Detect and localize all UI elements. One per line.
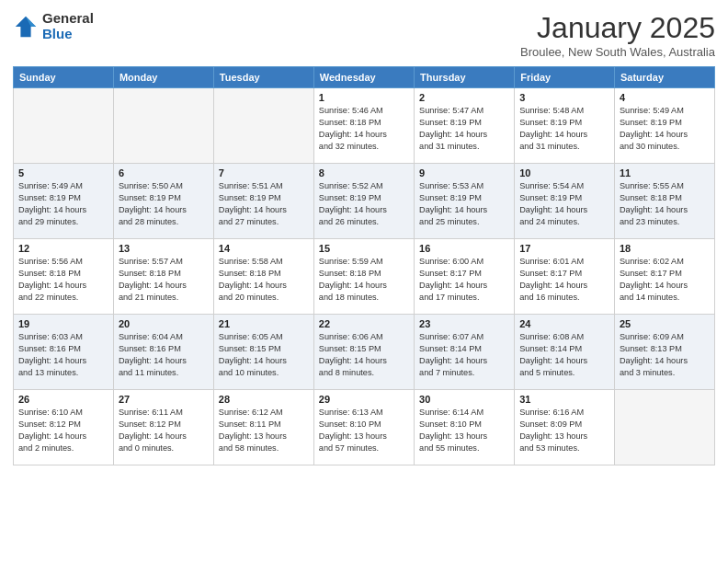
calendar-cell: 30Sunrise: 6:14 AMSunset: 8:10 PMDayligh… (415, 390, 515, 465)
day-info: Sunrise: 6:02 AMSunset: 8:17 PMDaylight:… (620, 256, 710, 304)
day-number: 17 (519, 243, 609, 254)
calendar-cell: 11Sunrise: 5:55 AMSunset: 8:18 PMDayligh… (614, 164, 714, 239)
day-number: 22 (319, 318, 409, 329)
day-info: Sunrise: 5:51 AMSunset: 8:19 PMDaylight:… (219, 180, 309, 228)
day-number: 21 (219, 318, 309, 329)
day-info: Sunrise: 6:12 AMSunset: 8:11 PMDaylight:… (219, 407, 309, 454)
day-info: Sunrise: 5:59 AMSunset: 8:18 PMDaylight:… (319, 256, 409, 304)
calendar-cell: 23Sunrise: 6:07 AMSunset: 8:14 PMDayligh… (415, 315, 515, 390)
day-info: Sunrise: 6:10 AMSunset: 8:12 PMDaylight:… (18, 407, 108, 454)
day-number: 30 (419, 394, 509, 405)
calendar-cell: 16Sunrise: 6:00 AMSunset: 8:17 PMDayligh… (415, 239, 515, 315)
day-number: 1 (319, 92, 409, 103)
day-info: Sunrise: 5:55 AMSunset: 8:18 PMDaylight:… (620, 180, 710, 228)
calendar-table: Sunday Monday Tuesday Wednesday Thursday… (13, 66, 715, 465)
calendar-cell: 17Sunrise: 6:01 AMSunset: 8:17 PMDayligh… (515, 239, 615, 315)
location: Broulee, New South Wales, Australia (520, 45, 715, 59)
calendar-cell: 15Sunrise: 5:59 AMSunset: 8:18 PMDayligh… (313, 239, 414, 315)
header-wednesday: Wednesday (313, 67, 414, 88)
day-number: 12 (18, 243, 108, 254)
calendar-cell: 19Sunrise: 6:03 AMSunset: 8:16 PMDayligh… (14, 315, 114, 390)
day-number: 6 (119, 167, 209, 178)
day-info: Sunrise: 6:11 AMSunset: 8:12 PMDaylight:… (119, 407, 209, 454)
header-sunday: Sunday (14, 67, 114, 88)
calendar-cell: 31Sunrise: 6:16 AMSunset: 8:09 PMDayligh… (515, 390, 615, 465)
calendar-cell: 20Sunrise: 6:04 AMSunset: 8:16 PMDayligh… (113, 315, 213, 390)
day-number: 27 (119, 394, 209, 405)
header-monday: Monday (113, 67, 213, 88)
day-number: 19 (18, 318, 108, 329)
day-number: 29 (319, 394, 409, 405)
calendar-cell: 8Sunrise: 5:52 AMSunset: 8:19 PMDaylight… (313, 164, 414, 239)
day-number: 24 (519, 318, 609, 329)
calendar-cell (614, 390, 714, 465)
day-info: Sunrise: 6:00 AMSunset: 8:17 PMDaylight:… (419, 256, 509, 304)
logo-icon (13, 14, 39, 40)
day-number: 25 (620, 318, 710, 329)
calendar-week-row: 12Sunrise: 5:56 AMSunset: 8:18 PMDayligh… (14, 239, 715, 315)
page: General Blue January 2025 Broulee, New S… (0, 0, 728, 563)
calendar-week-row: 26Sunrise: 6:10 AMSunset: 8:12 PMDayligh… (14, 390, 715, 465)
day-number: 3 (519, 92, 609, 103)
calendar-cell: 14Sunrise: 5:58 AMSunset: 8:18 PMDayligh… (213, 239, 313, 315)
day-number: 23 (419, 318, 509, 329)
day-number: 13 (119, 243, 209, 254)
title-block: January 2025 Broulee, New South Wales, A… (520, 11, 715, 59)
calendar-cell: 22Sunrise: 6:06 AMSunset: 8:15 PMDayligh… (313, 315, 414, 390)
calendar-week-row: 5Sunrise: 5:49 AMSunset: 8:19 PMDaylight… (14, 164, 715, 239)
day-number: 5 (18, 167, 108, 178)
calendar-header-row: Sunday Monday Tuesday Wednesday Thursday… (14, 67, 715, 88)
day-info: Sunrise: 6:07 AMSunset: 8:14 PMDaylight:… (419, 331, 509, 379)
day-info: Sunrise: 5:53 AMSunset: 8:19 PMDaylight:… (419, 180, 509, 228)
calendar-cell: 26Sunrise: 6:10 AMSunset: 8:12 PMDayligh… (14, 390, 114, 465)
header-friday: Friday (515, 67, 615, 88)
calendar-week-row: 1Sunrise: 5:46 AMSunset: 8:18 PMDaylight… (14, 88, 715, 164)
calendar-cell: 3Sunrise: 5:48 AMSunset: 8:19 PMDaylight… (515, 88, 615, 164)
calendar-cell (14, 88, 114, 164)
header: General Blue January 2025 Broulee, New S… (13, 11, 715, 59)
day-info: Sunrise: 6:03 AMSunset: 8:16 PMDaylight:… (18, 331, 108, 379)
day-number: 14 (219, 243, 309, 254)
day-info: Sunrise: 6:09 AMSunset: 8:13 PMDaylight:… (620, 331, 710, 379)
day-info: Sunrise: 6:16 AMSunset: 8:09 PMDaylight:… (519, 407, 609, 454)
day-info: Sunrise: 5:58 AMSunset: 8:18 PMDaylight:… (219, 256, 309, 304)
calendar-cell: 5Sunrise: 5:49 AMSunset: 8:19 PMDaylight… (14, 164, 114, 239)
day-number: 8 (319, 167, 409, 178)
calendar-cell: 27Sunrise: 6:11 AMSunset: 8:12 PMDayligh… (113, 390, 213, 465)
day-number: 2 (419, 92, 509, 103)
day-number: 18 (620, 243, 710, 254)
calendar-week-row: 19Sunrise: 6:03 AMSunset: 8:16 PMDayligh… (14, 315, 715, 390)
calendar-cell (213, 88, 313, 164)
day-info: Sunrise: 6:01 AMSunset: 8:17 PMDaylight:… (519, 256, 609, 304)
day-info: Sunrise: 6:08 AMSunset: 8:14 PMDaylight:… (519, 331, 609, 379)
day-number: 7 (219, 167, 309, 178)
day-info: Sunrise: 5:49 AMSunset: 8:19 PMDaylight:… (620, 105, 710, 153)
calendar-cell: 12Sunrise: 5:56 AMSunset: 8:18 PMDayligh… (14, 239, 114, 315)
day-number: 11 (620, 167, 710, 178)
day-info: Sunrise: 5:50 AMSunset: 8:19 PMDaylight:… (119, 180, 209, 228)
day-info: Sunrise: 5:57 AMSunset: 8:18 PMDaylight:… (119, 256, 209, 304)
header-thursday: Thursday (415, 67, 515, 88)
calendar-cell: 18Sunrise: 6:02 AMSunset: 8:17 PMDayligh… (614, 239, 714, 315)
calendar-cell: 10Sunrise: 5:54 AMSunset: 8:19 PMDayligh… (515, 164, 615, 239)
calendar-cell: 13Sunrise: 5:57 AMSunset: 8:18 PMDayligh… (113, 239, 213, 315)
day-number: 28 (219, 394, 309, 405)
day-number: 15 (319, 243, 409, 254)
logo-text: General Blue (42, 11, 94, 41)
month-title: January 2025 (520, 11, 715, 45)
day-info: Sunrise: 5:48 AMSunset: 8:19 PMDaylight:… (519, 105, 609, 153)
day-number: 31 (519, 394, 609, 405)
calendar-cell: 24Sunrise: 6:08 AMSunset: 8:14 PMDayligh… (515, 315, 615, 390)
calendar-cell: 1Sunrise: 5:46 AMSunset: 8:18 PMDaylight… (313, 88, 414, 164)
header-tuesday: Tuesday (213, 67, 313, 88)
logo: General Blue (13, 11, 94, 41)
day-info: Sunrise: 5:52 AMSunset: 8:19 PMDaylight:… (319, 180, 409, 228)
calendar-cell: 28Sunrise: 6:12 AMSunset: 8:11 PMDayligh… (213, 390, 313, 465)
header-saturday: Saturday (614, 67, 714, 88)
logo-general: General (42, 11, 94, 27)
calendar-cell: 6Sunrise: 5:50 AMSunset: 8:19 PMDaylight… (113, 164, 213, 239)
day-info: Sunrise: 6:14 AMSunset: 8:10 PMDaylight:… (419, 407, 509, 454)
day-info: Sunrise: 5:49 AMSunset: 8:19 PMDaylight:… (18, 180, 108, 228)
calendar-cell: 9Sunrise: 5:53 AMSunset: 8:19 PMDaylight… (415, 164, 515, 239)
day-info: Sunrise: 6:05 AMSunset: 8:15 PMDaylight:… (219, 331, 309, 379)
